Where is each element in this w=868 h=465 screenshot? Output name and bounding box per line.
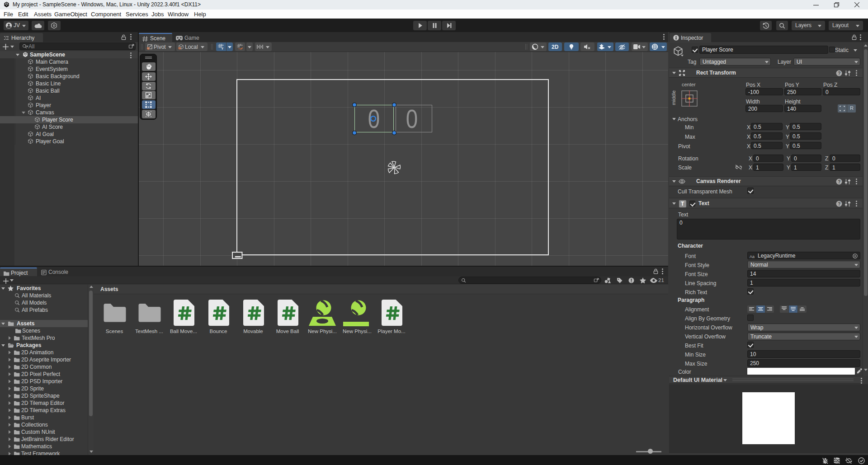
svg-text:?: ? bbox=[838, 202, 840, 207]
svg-text:?: ? bbox=[838, 71, 840, 76]
svg-text:?: ? bbox=[838, 179, 840, 184]
svg-text:Y: Y bbox=[222, 47, 224, 50]
